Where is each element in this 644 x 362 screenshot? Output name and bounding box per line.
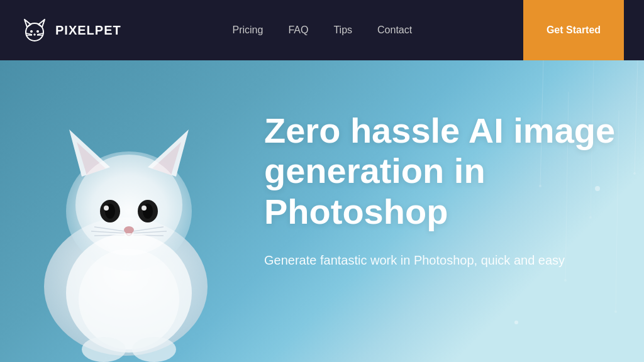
hero-subtitle: Generate fantastic work in Photoshop, qu…	[264, 251, 616, 270]
main-nav: Pricing FAQ Tips Contact	[233, 25, 413, 36]
nav-tips[interactable]: Tips	[333, 25, 352, 36]
svg-point-42	[132, 337, 176, 362]
logo-text: PIXELPET	[55, 23, 121, 38]
svg-point-40	[79, 249, 179, 349]
svg-point-4	[36, 30, 39, 33]
hero-title: Zero hassle AI image generation in Photo…	[264, 111, 616, 232]
svg-point-3	[30, 30, 33, 33]
cat-image-area	[0, 60, 264, 362]
svg-point-41	[82, 337, 126, 362]
svg-marker-1	[25, 19, 31, 27]
svg-line-7	[37, 33, 43, 35]
svg-point-28	[104, 206, 109, 211]
get-started-button[interactable]: Get Started	[523, 0, 624, 60]
svg-point-31	[142, 206, 147, 211]
nav-pricing[interactable]: Pricing	[233, 25, 264, 36]
logo-area[interactable]: PIXELPET	[20, 16, 121, 45]
nav-faq[interactable]: FAQ	[288, 25, 308, 36]
svg-point-18	[633, 172, 636, 175]
svg-marker-2	[38, 19, 45, 27]
decorative-dot-2	[514, 321, 518, 324]
hero-content: Zero hassle AI image generation in Photo…	[252, 98, 629, 282]
hero-section: Zero hassle AI image generation in Photo…	[0, 60, 644, 362]
svg-line-13	[635, 60, 638, 173]
svg-point-32	[124, 226, 134, 234]
svg-line-5	[26, 33, 32, 35]
svg-point-17	[614, 310, 617, 313]
nav-contact[interactable]: Contact	[377, 25, 412, 36]
cat-illustration	[0, 60, 264, 362]
cat-icon	[20, 16, 49, 45]
header: PIXELPET Pricing FAQ Tips Contact Get St…	[0, 0, 644, 60]
